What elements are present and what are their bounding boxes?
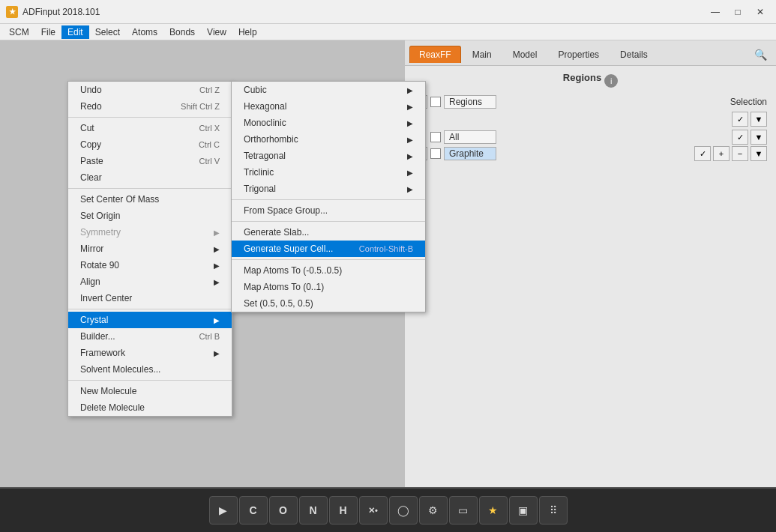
regions-panel: Regions i + Regions Selection ✓ ▼	[405, 66, 776, 169]
sel-minus-btn-graphite[interactable]: −	[732, 146, 748, 161]
separator-4	[68, 380, 232, 381]
menu-scm[interactable]: SCM	[3, 25, 35, 39]
title-bar: ★ ADFinput 2018.101 — □ ✕	[0, 0, 776, 24]
menu-copy[interactable]: Copy Ctrl C	[68, 136, 232, 153]
minimize-button[interactable]: —	[706, 4, 725, 19]
toolbar-square-btn[interactable]: ▣	[509, 496, 538, 525]
sel-check-btn-1[interactable]: ✓	[732, 112, 748, 127]
tab-details[interactable]: Details	[610, 46, 658, 63]
menu-redo[interactable]: Redo Shift Ctrl Z	[68, 98, 232, 115]
menu-paste[interactable]: Paste Ctrl V	[68, 153, 232, 169]
tab-main[interactable]: Main	[463, 46, 502, 63]
info-icon[interactable]: i	[604, 74, 618, 88]
sel-check-btn-graphite[interactable]: ✓	[694, 146, 711, 161]
toolbar-circle-btn[interactable]: ◯	[389, 496, 418, 525]
toolbar-play-btn[interactable]: ▶	[209, 496, 238, 525]
title-controls: — □ ✕	[706, 4, 770, 19]
edit-dropdown: Undo Ctrl Z Redo Shift Ctrl Z Cut Ctrl X…	[67, 81, 232, 417]
menu-clear[interactable]: Clear	[68, 169, 232, 186]
menu-invert-center[interactable]: Invert Center	[68, 290, 232, 306]
toolbar-star-btn[interactable]: ★	[479, 496, 508, 525]
tab-model[interactable]: Model	[503, 46, 547, 63]
crystal-hexagonal[interactable]: Hexagonal ▶	[232, 98, 425, 115]
toolbar-h-btn[interactable]: H	[329, 496, 358, 525]
toolbar-gear-btn[interactable]: ⚙	[419, 496, 448, 525]
menu-rotate90[interactable]: Rotate 90 ▶	[68, 257, 232, 273]
toolbar-x-btn[interactable]: ✕•	[359, 496, 388, 525]
menu-help[interactable]: Help	[232, 25, 263, 39]
tab-properties[interactable]: Properties	[548, 46, 609, 63]
crystal-from-space-group[interactable]: From Space Group...	[232, 202, 425, 219]
tab-reaxff[interactable]: ReaxFF	[409, 46, 461, 63]
crystal-submenu: Cubic ▶ Hexagonal ▶ Monoclinic ▶ Orthorh…	[231, 81, 426, 312]
menu-align[interactable]: Align ▶	[68, 273, 232, 290]
selection-area: Selection	[730, 97, 767, 107]
crystal-cubic[interactable]: Cubic ▶	[232, 82, 425, 98]
close-button[interactable]: ✕	[751, 4, 770, 19]
graphite-label: Graphite	[444, 147, 496, 160]
separator-3	[68, 309, 232, 309]
region-row-all: All ✓ ▼	[411, 130, 770, 145]
app-icon: ★	[6, 6, 18, 18]
title-text: ADFinput 2018.101	[22, 7, 100, 17]
menu-file[interactable]: File	[35, 25, 61, 39]
menu-symmetry: Symmetry ▶	[68, 224, 232, 241]
sel-dropdown-btn-1[interactable]: ▼	[751, 112, 767, 127]
menu-bar: SCM File Edit Select Atoms Bonds View He…	[0, 24, 776, 40]
separator-1	[68, 117, 232, 118]
menu-builder[interactable]: Builder... Ctrl B	[68, 328, 232, 345]
regions-title: Regions	[563, 72, 601, 83]
right-panel: ReaxFF Main Model Properties Details 🔍 R…	[405, 40, 776, 487]
regions-header-row: + Regions Selection	[411, 95, 770, 109]
menu-set-center-of-mass[interactable]: Set Center Of Mass	[68, 191, 232, 208]
menu-framework[interactable]: Framework ▶	[68, 345, 232, 361]
menu-set-origin[interactable]: Set Origin	[68, 208, 232, 224]
menu-atoms[interactable]: Atoms	[126, 25, 163, 39]
crystal-trigonal[interactable]: Trigonal ▶	[232, 181, 425, 197]
search-icon[interactable]: 🔍	[750, 47, 772, 62]
menu-crystal[interactable]: Crystal ▶	[68, 312, 232, 328]
selection-label: Selection	[730, 97, 767, 107]
menu-solvent-molecules[interactable]: Solvent Molecules...	[68, 361, 232, 378]
all-checkbox[interactable]	[430, 132, 441, 142]
toolbar-rect-btn[interactable]: ▭	[449, 496, 478, 525]
menu-undo[interactable]: Undo Ctrl Z	[68, 82, 232, 98]
sel-add-btn-graphite[interactable]: +	[713, 146, 730, 161]
crystal-generate-slab[interactable]: Generate Slab...	[232, 224, 425, 241]
left-panel: Undo Ctrl Z Redo Shift Ctrl Z Cut Ctrl X…	[0, 40, 405, 487]
region-row-graphite: − Graphite ✓ + − ▼	[411, 146, 770, 161]
crystal-triclinic[interactable]: Triclinic ▶	[232, 164, 425, 181]
toolbar-n-btn[interactable]: N	[299, 496, 328, 525]
crystal-sep-3	[232, 259, 425, 260]
main-content: Undo Ctrl Z Redo Shift Ctrl Z Cut Ctrl X…	[0, 40, 776, 487]
menu-view[interactable]: View	[201, 25, 232, 39]
crystal-orthorhombic[interactable]: Orthorhombic ▶	[232, 131, 425, 148]
menu-delete-molecule[interactable]: Delete Molecule	[68, 399, 232, 416]
crystal-map-atoms-05[interactable]: Map Atoms To (-0.5..0.5)	[232, 262, 425, 279]
regions-label: Regions	[444, 95, 496, 109]
crystal-map-atoms-01[interactable]: Map Atoms To (0..1)	[232, 279, 425, 295]
crystal-set-05-05-05[interactable]: Set (0.5, 0.5, 0.5)	[232, 295, 425, 312]
sel-dropdown-btn-all[interactable]: ▼	[751, 130, 767, 145]
crystal-monoclinic[interactable]: Monoclinic ▶	[232, 115, 425, 131]
toolbar-dots-btn[interactable]: ⠿	[539, 496, 568, 525]
sel-dropdown-btn-graphite[interactable]: ▼	[751, 146, 767, 161]
separator-2	[68, 188, 232, 189]
menu-bonds[interactable]: Bonds	[163, 25, 201, 39]
toolbar-c-btn[interactable]: C	[239, 496, 268, 525]
regions-checkbox[interactable]	[430, 97, 441, 107]
graphite-checkbox[interactable]	[430, 148, 441, 159]
sel-check-btn-all[interactable]: ✓	[732, 130, 748, 145]
menu-select[interactable]: Select	[89, 25, 126, 39]
bottom-toolbar: ▶ C O N H ✕• ◯ ⚙ ▭ ★ ▣ ⠿	[0, 487, 776, 532]
crystal-sep-1	[232, 199, 425, 200]
menu-edit[interactable]: Edit	[61, 25, 89, 39]
crystal-generate-super-cell[interactable]: Generate Super Cell... Control-Shift-B	[232, 241, 425, 257]
menu-new-molecule[interactable]: New Molecule	[68, 383, 232, 399]
menu-cut[interactable]: Cut Ctrl X	[68, 120, 232, 136]
crystal-sep-2	[232, 221, 425, 222]
crystal-tetragonal[interactable]: Tetragonal ▶	[232, 148, 425, 164]
maximize-button[interactable]: □	[728, 4, 748, 19]
toolbar-o-btn[interactable]: O	[269, 496, 298, 525]
menu-mirror[interactable]: Mirror ▶	[68, 241, 232, 257]
